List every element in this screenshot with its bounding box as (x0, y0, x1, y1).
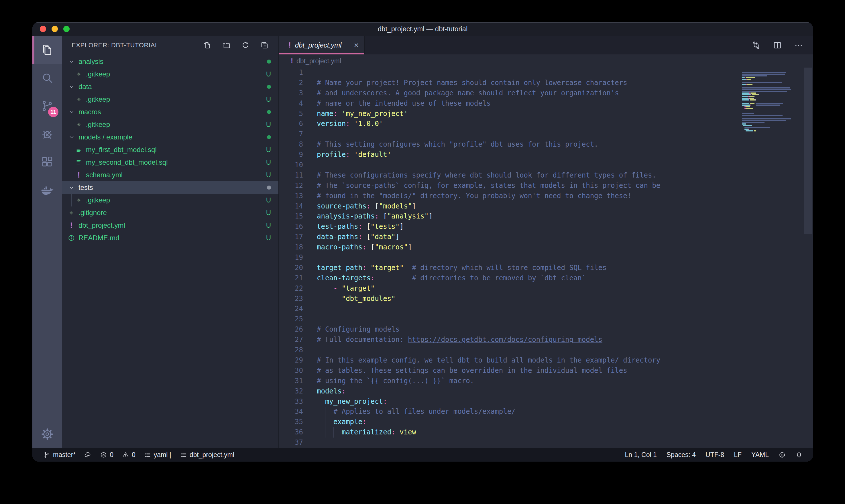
tree-file--gitkeep[interactable]: .gitkeepU (62, 118, 278, 131)
code-line-12: 12# The `source-paths` config, for examp… (279, 181, 813, 191)
gear-icon (41, 428, 54, 441)
activity-item-explorer[interactable] (32, 36, 62, 64)
workbench: 11 EXPLORER: DBT-TUTORIAL analysis.gitke… (32, 36, 813, 448)
tree-file--gitignore[interactable]: .gitignoreU (62, 206, 278, 219)
indent-guide (325, 407, 325, 417)
scm-changes-badge: 11 (48, 107, 58, 117)
tree-folder-macros[interactable]: macros (62, 106, 278, 118)
status-label: LF (734, 451, 742, 459)
new-folder-icon[interactable] (222, 41, 231, 50)
status-warning-count[interactable]: 0 (122, 451, 136, 459)
code-editor[interactable]: 12# Name your project! Project names sho… (279, 68, 813, 448)
git-untracked-badge: U (266, 221, 271, 229)
refresh-icon[interactable] (241, 41, 250, 50)
git-untracked-badge: U (266, 196, 271, 204)
tree-file--gitkeep[interactable]: .gitkeepU (62, 68, 278, 80)
status-linter-yaml[interactable]: yaml | (144, 451, 171, 459)
close-window-button[interactable] (40, 26, 46, 32)
git-untracked-badge: U (266, 121, 271, 129)
activity-item-debug[interactable] (32, 120, 62, 148)
line-number: 8 (279, 140, 303, 150)
bell-icon (795, 451, 803, 458)
status-cursor-position[interactable]: Ln 1, Col 1 (625, 451, 657, 459)
minimap[interactable] (742, 70, 793, 133)
breadcrumb[interactable]: ! dbt_project.yml (279, 54, 813, 68)
status-linter-file[interactable]: dbt_project.yml (180, 451, 234, 459)
status-indentation[interactable]: Spaces: 4 (667, 451, 696, 459)
tree-item-label: .gitkeep (86, 121, 110, 129)
status-error-count[interactable]: 0 (100, 451, 113, 459)
tree-file-readme-md[interactable]: README.mdU (62, 232, 278, 244)
status-label: YAML (751, 451, 769, 459)
indent-guide (334, 427, 334, 437)
tree-folder-analysis[interactable]: analysis (62, 55, 278, 68)
zoom-window-button[interactable] (63, 26, 70, 32)
code-line-18: 18macro-paths: ["macros"] (279, 242, 813, 253)
activity-item-extensions[interactable] (32, 148, 62, 176)
status-eol-sequence[interactable]: LF (734, 451, 742, 459)
status-label: dbt_project.yml (190, 451, 234, 459)
code-line-14: 14source-paths: ["models"] (279, 201, 813, 212)
status-branch-indicator[interactable]: master* (43, 451, 76, 459)
line-number: 6 (279, 119, 303, 129)
tree-folder-data[interactable]: data (62, 80, 278, 93)
code-line-26: 26# Configuring models (279, 324, 813, 335)
breadcrumb-file[interactable]: dbt_project.yml (296, 57, 341, 65)
code-line-6: 6version: '1.0.0' (279, 119, 813, 129)
git-file-icon (75, 96, 83, 103)
open-changes-icon[interactable] (752, 41, 761, 50)
activity-bar: 11 (32, 36, 62, 448)
title-bar[interactable]: dbt_project.yml — dbt-tutorial (32, 22, 813, 36)
line-number: 1 (279, 68, 303, 78)
tree-file-schema-yml[interactable]: !schema.ymlU (62, 169, 278, 181)
tree-item-label: .gitignore (78, 209, 107, 217)
collapse-all-icon[interactable] (260, 41, 269, 50)
code-line-10: 10 (279, 160, 813, 170)
tree-file--gitkeep[interactable]: .gitkeepU (62, 194, 278, 206)
code-line-22: 22 - "target" (279, 284, 813, 294)
status-label: Ln 1, Col 1 (625, 451, 657, 459)
status-publish-changes[interactable] (84, 451, 91, 458)
line-number: 15 (279, 211, 303, 222)
tree-folder-models-example[interactable]: models / example (62, 131, 278, 143)
line-number: 19 (279, 253, 303, 263)
sql-file-icon (75, 146, 83, 154)
tree-item-label: .gitkeep (86, 196, 110, 204)
activity-item-docker[interactable] (32, 176, 62, 204)
code-line-34: 34 # Applies to all files under models/e… (279, 407, 813, 417)
tree-file-my-second-dbt-model-sql[interactable]: my_second_dbt_model.sqlU (62, 156, 278, 169)
yaml-warning-icon: ! (75, 171, 83, 180)
split-editor-icon[interactable] (773, 41, 782, 50)
new-file-icon[interactable] (203, 41, 212, 50)
git-untracked-badge: U (266, 234, 271, 242)
editor-scrollbar[interactable] (804, 68, 812, 234)
code-line-3: 3# and underscores. A good package name … (279, 88, 813, 98)
activity-item-settings[interactable] (32, 420, 62, 448)
minimize-window-button[interactable] (52, 26, 58, 32)
activity-item-search[interactable] (32, 64, 62, 92)
tree-folder-tests[interactable]: tests (62, 181, 278, 194)
extensions-icon (41, 156, 54, 169)
tree-file-dbt-project-yml[interactable]: !dbt_project.ymlU (62, 219, 278, 232)
line-number: 9 (279, 150, 303, 160)
editor-group: ! dbt_project.yml × ! dbt_project.yml 12… (278, 36, 813, 448)
git-modified-dot (267, 59, 271, 64)
tree-item-label: macros (78, 108, 101, 116)
close-tab-icon[interactable]: × (354, 41, 359, 50)
activity-item-source-control[interactable]: 11 (32, 92, 62, 120)
code-line-20: 20target-path: "target" # directory whic… (279, 263, 813, 273)
line-number: 25 (279, 314, 303, 324)
status-feedback[interactable] (778, 451, 786, 458)
line-number: 20 (279, 263, 303, 273)
tree-file--gitkeep[interactable]: .gitkeepU (62, 93, 278, 106)
code-line-1: 1 (279, 68, 813, 78)
code-line-4: 4# name or the intended use of these mod… (279, 98, 813, 109)
status-language-mode[interactable]: YAML (751, 451, 769, 459)
tab-dbt-project-yml[interactable]: ! dbt_project.yml × (279, 36, 365, 54)
tree-file-my-first-dbt-model-sql[interactable]: my_first_dbt_model.sqlU (62, 143, 278, 156)
editor-actions (752, 36, 813, 54)
line-number: 32 (279, 386, 303, 397)
more-actions-icon[interactable] (794, 41, 803, 50)
status-encoding[interactable]: UTF-8 (705, 451, 724, 459)
status-notifications[interactable] (795, 451, 803, 458)
